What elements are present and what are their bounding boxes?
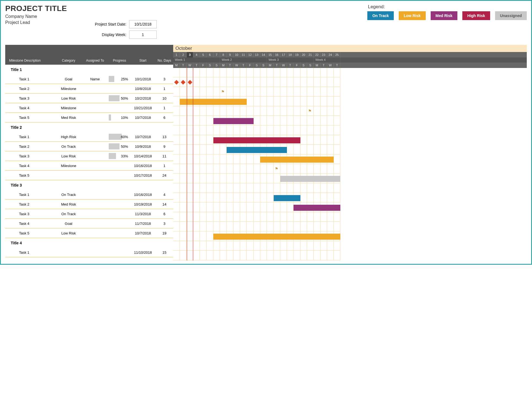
- task-row[interactable]: Task 5Med Risk10%10/7/20186: [5, 113, 173, 122]
- col-category: Category: [56, 59, 81, 62]
- task-row[interactable]: Task 111/10/201815: [5, 248, 173, 257]
- date-cell: 1: [173, 52, 180, 58]
- task-row[interactable]: Task 4Goal11/7/20183: [5, 219, 173, 228]
- dow-cell: S: [213, 62, 220, 68]
- task-row[interactable]: Task 5Low Risk10/7/201819: [5, 228, 173, 238]
- task-row[interactable]: Task 510/17/201824: [5, 171, 173, 180]
- month-header: October: [173, 45, 527, 52]
- date-cell: 22: [314, 52, 320, 58]
- gantt-bar[interactable]: [213, 118, 254, 124]
- section-title: Title 1: [5, 65, 173, 74]
- date-row: 1234567891011121314151617181920212223242…: [173, 52, 527, 58]
- gantt-row: ⚑: [173, 106, 527, 116]
- date-cell: 10: [234, 52, 240, 58]
- gantt-row: ⚑: [173, 164, 527, 174]
- gantt-row: [173, 145, 527, 155]
- gantt-row: [173, 222, 527, 232]
- gantt-row: [173, 116, 527, 126]
- display-week-input[interactable]: 1: [129, 31, 157, 39]
- col-assigned: Assigned To: [81, 59, 109, 62]
- task-row[interactable]: Task 1High Risk60%10/7/201813: [5, 132, 173, 142]
- date-cell: 9: [227, 52, 233, 58]
- project-lead: Project Lead: [5, 20, 67, 25]
- dow-cell: F: [247, 62, 253, 68]
- dow-cell: T: [287, 62, 294, 68]
- gantt-bar[interactable]: [280, 176, 341, 182]
- date-cell: 8: [220, 52, 227, 58]
- project-title: PROJECT TITLE: [5, 4, 67, 13]
- gantt-bar[interactable]: [274, 195, 300, 201]
- gantt-row: [173, 251, 527, 261]
- milestone-flag-icon: ⚑: [221, 89, 225, 94]
- col-progress: Progress: [109, 59, 130, 62]
- task-row[interactable]: Task 3Low Risk33%10/14/201811: [5, 151, 173, 161]
- gantt-row: [173, 174, 527, 184]
- date-cell: 16: [273, 52, 280, 58]
- gantt-row: [173, 155, 527, 164]
- dow-cell: M: [173, 62, 180, 68]
- task-row[interactable]: Task 1On Track10/16/20184: [5, 190, 173, 199]
- gantt-row: [173, 135, 527, 145]
- gantt-bar[interactable]: [260, 157, 334, 163]
- gantt-row: [173, 212, 527, 222]
- date-cell: 11: [240, 52, 247, 58]
- date-cell: 12: [247, 52, 253, 58]
- gantt-bar[interactable]: [213, 234, 341, 240]
- week-cell: Week 4: [314, 58, 340, 62]
- legend-label: Legend:: [367, 4, 385, 10]
- legend-lowrisk: Low Risk: [399, 11, 425, 20]
- gantt-row: [173, 241, 527, 251]
- gantt-row: [173, 184, 527, 193]
- gantt-bar[interactable]: [180, 99, 247, 105]
- gantt-row: [173, 68, 527, 78]
- date-cell: 4: [193, 52, 200, 58]
- dow-cell: S: [254, 62, 260, 68]
- task-row[interactable]: Task 3Low Risk50%10/2/201810: [5, 94, 173, 103]
- gantt-bar[interactable]: [227, 147, 287, 153]
- week-cell: Week 3: [267, 58, 314, 62]
- date-cell: 21: [307, 52, 314, 58]
- week-cell: Week 1: [173, 58, 220, 62]
- date-cell: 19: [294, 52, 300, 58]
- date-cell: 2: [180, 52, 186, 58]
- gantt-row: [173, 78, 527, 87]
- dow-cell: W: [234, 62, 240, 68]
- week-cell: Week 2: [220, 58, 267, 62]
- task-row[interactable]: Task 4Milestone10/21/20181: [5, 103, 173, 113]
- col-description: Milestone Description: [5, 59, 56, 62]
- task-row[interactable]: Task 2Milestone10/8/20181: [5, 84, 173, 94]
- dow-cell: M: [267, 62, 273, 68]
- dow-cell: M: [220, 62, 227, 68]
- date-cell: 23: [321, 52, 327, 58]
- legend-ontrack: On Track: [367, 11, 394, 20]
- gantt-bar[interactable]: [294, 205, 340, 211]
- date-cell: 14: [260, 52, 267, 58]
- dow-cell: F: [294, 62, 300, 68]
- dow-row: MTWTFSSMTWTFSSMTWTFSSMTWT: [173, 62, 527, 68]
- dow-cell: T: [273, 62, 280, 68]
- dow-cell: W: [187, 62, 193, 68]
- dow-cell: T: [240, 62, 247, 68]
- dow-cell: T: [334, 62, 340, 68]
- legend-medrisk: Med Risk: [431, 11, 457, 20]
- date-cell: 7: [213, 52, 220, 58]
- start-date-input[interactable]: 10/1/2018: [129, 20, 157, 28]
- date-cell: 20: [300, 52, 307, 58]
- date-cell: 13: [254, 52, 260, 58]
- dow-cell: T: [180, 62, 186, 68]
- task-row[interactable]: Task 3On Track11/3/20186: [5, 209, 173, 219]
- legend-highrisk: High Risk: [462, 11, 490, 20]
- task-row[interactable]: Task 2Med Risk10/19/201814: [5, 199, 173, 209]
- start-date-label: Project Start Date:: [88, 22, 126, 26]
- gantt-bar[interactable]: [213, 137, 300, 143]
- date-cell: 5: [200, 52, 207, 58]
- dow-cell: S: [207, 62, 213, 68]
- gantt-row: ⚑: [173, 87, 527, 97]
- dow-cell: S: [307, 62, 314, 68]
- section-title: Title 3: [5, 180, 173, 190]
- task-row[interactable]: Task 1GoalName25%10/1/20183: [5, 74, 173, 84]
- task-row[interactable]: Task 2On Track50%10/9/20189: [5, 142, 173, 151]
- section-title: Title 2: [5, 122, 173, 132]
- section-title: Title 4: [5, 238, 173, 248]
- task-row[interactable]: Task 4Milestone10/16/20181: [5, 161, 173, 171]
